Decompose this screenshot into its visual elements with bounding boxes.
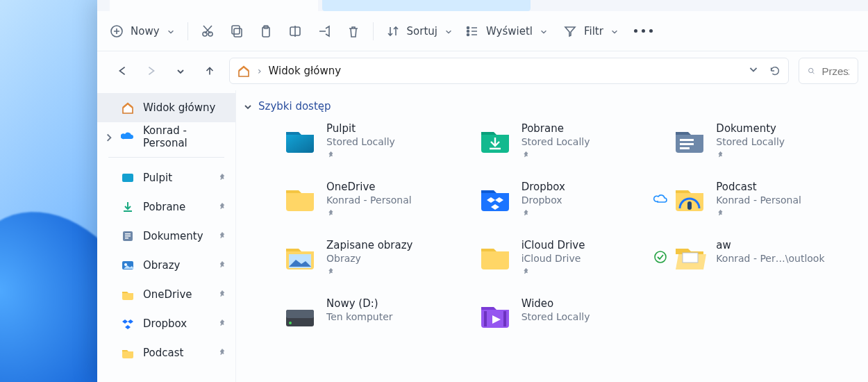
quick-access-item[interactable]: iCloud DriveiCloud Drive bbox=[478, 239, 674, 285]
chevron-right-icon[interactable] bbox=[104, 132, 114, 142]
pin-icon bbox=[521, 267, 531, 276]
cut-icon[interactable] bbox=[201, 24, 215, 38]
item-meta: PodcastKonrad - Personal bbox=[716, 181, 801, 218]
more-button[interactable] bbox=[634, 29, 653, 33]
navigation-bar: › Widok główny bbox=[97, 51, 868, 90]
tab-active[interactable] bbox=[110, 0, 318, 11]
search-input[interactable] bbox=[822, 65, 849, 77]
folder-icon bbox=[121, 288, 135, 301]
breadcrumb[interactable]: Widok główny bbox=[269, 65, 341, 77]
pin-icon[interactable] bbox=[217, 173, 227, 183]
dropbox-icon bbox=[121, 317, 135, 331]
quick-access-item[interactable]: DropboxDropbox bbox=[478, 181, 674, 226]
delete-icon[interactable] bbox=[347, 24, 360, 38]
sidebar-item-label: OneDrive bbox=[143, 288, 192, 301]
quick-access-item[interactable]: OneDriveKonrad - Personal bbox=[283, 181, 478, 226]
onedrive-icon bbox=[121, 130, 135, 144]
sidebar-item-pobrane[interactable]: Pobrane bbox=[97, 192, 235, 222]
pictures-icon bbox=[121, 258, 135, 272]
pin-icon bbox=[326, 267, 335, 276]
item-name: OneDrive bbox=[326, 181, 412, 193]
open-thumb-icon bbox=[673, 239, 706, 272]
copy-icon[interactable] bbox=[230, 24, 244, 38]
quick-access-item[interactable]: Nowy (D:)Ten komputer bbox=[283, 297, 478, 343]
quick-access-item[interactable]: PulpitStored Locally bbox=[283, 122, 478, 168]
filter-button[interactable]: Filtr bbox=[563, 24, 619, 38]
sidebar-item-obrazy[interactable]: Obrazy bbox=[97, 251, 235, 280]
pin-icon[interactable] bbox=[217, 202, 227, 212]
up-icon bbox=[203, 65, 216, 77]
rename-icon[interactable] bbox=[288, 24, 302, 38]
pin-icon[interactable] bbox=[217, 348, 227, 358]
item-name: Nowy (D:) bbox=[326, 297, 393, 310]
quick-access-item[interactable]: DokumentyStored Locally bbox=[673, 122, 868, 168]
view-label: Wyświetl bbox=[486, 25, 533, 38]
section-title: Szybki dostęp bbox=[258, 100, 331, 113]
sort-label: Sortuj bbox=[407, 25, 437, 38]
item-location: iCloud Drive bbox=[521, 253, 585, 264]
tab-inactive[interactable] bbox=[322, 0, 531, 11]
pin-icon[interactable] bbox=[217, 319, 227, 329]
address-bar[interactable]: › Widok główny bbox=[229, 58, 789, 84]
view-button[interactable]: Wyświetl bbox=[465, 24, 548, 38]
chevron-down-icon bbox=[540, 27, 548, 35]
forward-icon bbox=[145, 65, 158, 77]
pin-icon[interactable] bbox=[217, 231, 227, 241]
sort-button[interactable]: Sortuj bbox=[386, 24, 453, 38]
chevron-down-icon bbox=[444, 27, 453, 35]
item-name: Podcast bbox=[716, 181, 801, 193]
chevron-down-icon[interactable] bbox=[748, 65, 759, 73]
item-meta: Nowy (D:)Ten komputer bbox=[326, 297, 393, 322]
home-icon bbox=[121, 101, 135, 115]
sidebar-item-home[interactable]: Widok główny bbox=[97, 93, 235, 122]
forward-button[interactable] bbox=[142, 61, 161, 81]
history-button[interactable] bbox=[171, 61, 190, 81]
tab-strip bbox=[97, 0, 868, 11]
quick-access-item[interactable]: awKonrad - Per…\outlook bbox=[673, 239, 868, 285]
filter-icon bbox=[563, 24, 577, 38]
pin-icon[interactable] bbox=[217, 260, 227, 270]
pin-icon bbox=[716, 151, 725, 160]
sidebar-item-dokumenty[interactable]: Dokumenty bbox=[97, 222, 235, 251]
item-meta: DokumentyStored Locally bbox=[716, 122, 785, 160]
refresh-icon[interactable] bbox=[769, 65, 781, 77]
quick-access-item[interactable]: PodcastKonrad - Personal bbox=[673, 181, 868, 226]
items-grid: PulpitStored LocallyPobraneStored Locall… bbox=[236, 122, 868, 343]
new-button[interactable]: Nowy bbox=[110, 24, 175, 38]
new-label: Nowy bbox=[131, 25, 160, 38]
sync-status-icon bbox=[653, 250, 667, 264]
share-icon[interactable] bbox=[317, 24, 331, 38]
pin-icon bbox=[521, 151, 531, 160]
section-header[interactable]: Szybki dostęp bbox=[236, 100, 868, 122]
item-location: Konrad - Personal bbox=[716, 194, 801, 206]
back-button[interactable] bbox=[112, 61, 132, 81]
item-name: Pulpit bbox=[326, 122, 395, 135]
item-location: Ten komputer bbox=[326, 311, 393, 322]
pin-icon[interactable] bbox=[217, 290, 227, 299]
sidebar-item-pulpit[interactable]: Pulpit bbox=[97, 163, 235, 192]
sidebar-item-podcast[interactable]: Podcast bbox=[97, 338, 235, 367]
sidebar-item-personal[interactable]: Konrad - Personal bbox=[97, 122, 235, 151]
document-icon bbox=[121, 229, 135, 243]
sidebar-separator bbox=[108, 157, 224, 158]
quick-access-item[interactable]: WideoStored Locally bbox=[478, 297, 674, 343]
breadcrumb-separator: › bbox=[258, 65, 262, 76]
paste-icon[interactable] bbox=[259, 24, 273, 38]
dot-icon bbox=[649, 29, 653, 33]
item-meta: OneDriveKonrad - Personal bbox=[326, 181, 412, 218]
search-box[interactable] bbox=[799, 58, 858, 84]
quick-access-item[interactable]: Zapisane obrazyObrazy bbox=[283, 239, 478, 285]
dropbox-thumb-icon bbox=[478, 181, 512, 214]
drive-thumb-icon bbox=[283, 297, 317, 331]
photos-thumb-icon bbox=[283, 239, 317, 272]
item-name: Wideo bbox=[521, 297, 590, 310]
quick-access-item[interactable]: PobraneStored Locally bbox=[478, 122, 674, 168]
up-button[interactable] bbox=[200, 61, 219, 81]
sidebar-item-dropbox[interactable]: Dropbox bbox=[97, 309, 235, 338]
download-thumb-icon bbox=[478, 122, 512, 156]
pin-icon bbox=[716, 209, 725, 218]
sidebar-item-onedrive[interactable]: OneDrive bbox=[97, 280, 235, 309]
document-thumb-icon bbox=[673, 122, 706, 156]
navigation-pane: Widok główny Konrad - Personal PulpitPob… bbox=[97, 90, 236, 382]
item-name: Pobrane bbox=[521, 122, 590, 135]
